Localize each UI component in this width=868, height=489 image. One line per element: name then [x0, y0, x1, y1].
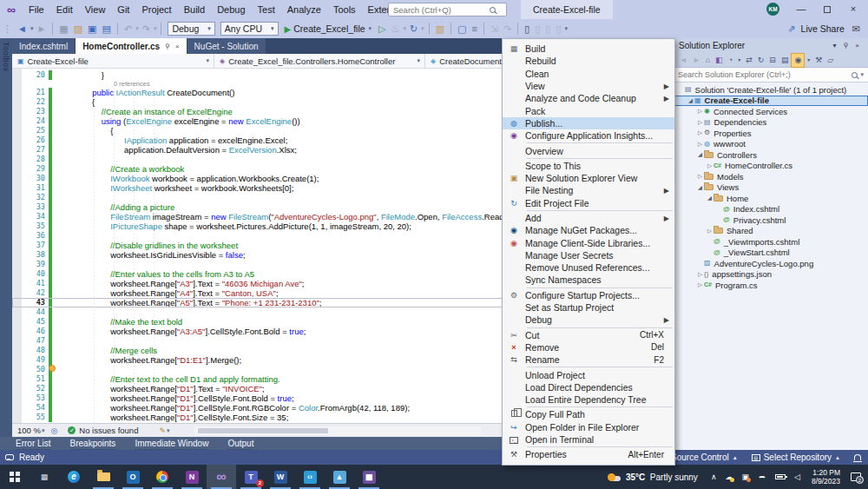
context-menu-item-properties[interactable]: ⚒PropertiesAlt+Enter	[503, 448, 674, 460]
context-menu-item-manage-client-side-libraries-[interactable]: ◉Manage Client-Side Libraries...	[503, 236, 674, 248]
prev-bookmark-icon[interactable]: ▯	[532, 20, 542, 37]
context-menu-item-add[interactable]: Add▶	[503, 212, 674, 224]
toolbar-grip-icon[interactable]: ⋮	[0, 20, 15, 37]
menu-file[interactable]: File	[23, 0, 50, 19]
window-layout-icon[interactable]: ▢	[455, 20, 469, 37]
tree-item-create-excel-file[interactable]: ◢▦Create-Excel-file	[674, 96, 868, 107]
new-project-icon[interactable]: ▦	[56, 20, 70, 37]
panel-tab-output[interactable]: Output	[227, 439, 253, 448]
dropdown-caret-icon[interactable]: ▾	[153, 25, 158, 32]
switch-views-icon[interactable]: ◧	[713, 54, 726, 67]
panel-tab-immediate-window[interactable]: Immediate Window	[135, 439, 208, 448]
edge-app[interactable]: e	[59, 465, 89, 489]
panel-tab-error-list[interactable]: Error List	[16, 439, 51, 448]
context-menu-item-file-nesting[interactable]: File Nesting▶	[503, 184, 674, 196]
teams-app[interactable]: T2	[236, 465, 266, 489]
clock[interactable]: 1:20 PM8/9/2023	[812, 468, 840, 486]
expander-collapsed-icon[interactable]: ▷	[706, 162, 713, 169]
track-active-item-icon[interactable]: ◉	[791, 53, 805, 68]
list-icon[interactable]: ≡	[469, 20, 479, 37]
platform-dropdown[interactable]: Any CPU▾	[220, 22, 279, 36]
feedback-bubble-icon[interactable]	[5, 454, 14, 460]
vscode-app[interactable]: ‹›	[295, 465, 325, 489]
context-menu-item-rename[interactable]: ⇆RenameF2	[503, 354, 674, 366]
tree-item--viewstart-cshtml[interactable]: @_ViewStart.cshtml	[674, 248, 868, 259]
close-button[interactable]: ×	[840, 0, 866, 19]
tree-item-controllers[interactable]: ◢Controllers	[674, 149, 868, 161]
next-bookmark-icon[interactable]: ▯	[542, 20, 553, 37]
context-menu-item-clean[interactable]: Clean	[503, 68, 674, 80]
expander-expanded-icon[interactable]: ◢	[696, 151, 704, 158]
close-icon[interactable]: ×	[852, 42, 863, 50]
tree-item-homecontroller-cs[interactable]: ▷C#HomeController.cs	[674, 161, 868, 172]
tab-homecontroller-cs[interactable]: HomeController.cs⚲×	[76, 38, 186, 54]
menu-debug[interactable]: Debug	[211, 0, 251, 19]
close-icon[interactable]: ×	[175, 43, 180, 50]
expander-collapsed-icon[interactable]: ▷	[696, 141, 704, 148]
expander-collapsed-icon[interactable]: ▷	[696, 129, 704, 136]
live-share-button[interactable]: Live Share	[801, 23, 845, 34]
start-without-debugging-icon[interactable]: ▷	[376, 20, 388, 37]
tree-item-privacy-cshtml[interactable]: @Privacy.cshtml	[674, 215, 868, 226]
context-menu-item-manage-nuget-packages-[interactable]: ◉Manage NuGet Packages...	[503, 224, 674, 236]
hot-reload-icon[interactable]: ♨	[389, 20, 403, 37]
restart-icon[interactable]: ↻	[407, 20, 420, 37]
tree-item-shared[interactable]: ▷Shared	[674, 226, 868, 237]
volume-icon[interactable]: ◁	[794, 472, 800, 481]
context-menu-item-new-solution-explorer-view[interactable]: ▣New Solution Explorer View	[503, 172, 674, 184]
collapse-all-icon[interactable]: ⊟	[766, 54, 779, 67]
context-menu-item-rebuild[interactable]: Rebuild	[503, 55, 674, 67]
open-file-icon[interactable]: ▨	[71, 20, 85, 37]
tray-app-icon[interactable]: ▣	[741, 472, 749, 481]
expander-collapsed-icon[interactable]: ▷	[696, 108, 704, 115]
panel-tab-breakpoints[interactable]: Breakpoints	[70, 439, 116, 448]
dropdown-caret-icon[interactable]: ▾	[420, 25, 425, 32]
visual-studio-app[interactable]: ∞	[207, 465, 236, 489]
redo-icon[interactable]: ↷	[140, 20, 153, 37]
search-options-caret-icon[interactable]: ▾	[860, 71, 864, 78]
context-menu-item-build[interactable]: ▦Build	[503, 43, 674, 55]
codelens-references[interactable]: 0 references	[114, 80, 150, 88]
context-menu-item-open-folder-in-file-explorer[interactable]: ↪Open Folder in File Explorer	[503, 421, 674, 433]
context-menu-item-debug[interactable]: Debug▶	[503, 314, 674, 326]
menu-view[interactable]: View	[79, 0, 112, 19]
context-menu-item-remove[interactable]: ×RemoveDel	[503, 341, 674, 354]
se-back-icon[interactable]: ◄	[677, 54, 690, 67]
clear-bookmarks-icon[interactable]: ▯	[554, 20, 564, 37]
issues-status[interactable]: No issues found	[79, 426, 138, 435]
dropdown-caret-icon[interactable]: ▾	[805, 54, 812, 67]
se-forward-icon[interactable]: ►	[690, 54, 703, 67]
live-share-icon[interactable]: ⇗	[785, 20, 798, 37]
context-menu-item-load-direct-dependencies[interactable]: Load Direct Dependencies	[503, 381, 674, 393]
task-view-button[interactable]: ▦	[30, 465, 59, 489]
navigate-back-icon[interactable]: ◄	[15, 20, 30, 37]
context-menu-item-cut[interactable]: ✂CutCtrl+X	[503, 329, 674, 341]
expander-collapsed-icon[interactable]: ▷	[706, 228, 713, 235]
word-app[interactable]: W	[266, 465, 295, 489]
battery-icon[interactable]	[775, 474, 786, 479]
context-menu-item-analyze-and-code-cleanup[interactable]: Analyze and Code Cleanup▶	[503, 92, 674, 104]
context-menu-item-configure-application-insights-[interactable]: ◉Configure Application Insights...	[503, 129, 674, 142]
action-center-icon[interactable]: 2	[851, 472, 861, 481]
tree-item-adventurecycles-logo-png[interactable]: ▨AdventureCycles-Logo.png	[674, 258, 868, 269]
lightbulb-icon[interactable]	[49, 365, 56, 372]
tree-item-properties[interactable]: ▷⚙Properties	[674, 128, 868, 139]
step-over-icon[interactable]: ↷	[501, 20, 514, 37]
context-menu-item-sync-namespaces[interactable]: Sync Namespaces	[503, 274, 674, 286]
toolbox-side-tab[interactable]: Toolbox	[0, 38, 12, 437]
feedback-icon[interactable]: ✉	[850, 20, 863, 37]
tree-item-models[interactable]: ▷Models	[674, 171, 868, 182]
tree-item-appsettings-json[interactable]: ▷{}appsettings.json	[674, 269, 868, 281]
solution-search-input[interactable]	[678, 70, 852, 79]
type-dropdown[interactable]: ◈ Create_Excel_file.Controllers.HomeCont…	[214, 54, 425, 68]
expander-expanded-icon[interactable]: ◢	[687, 97, 694, 104]
pending-changes-filter-icon[interactable]: ◔	[726, 54, 735, 67]
ink-annotations-icon[interactable]: ✎	[159, 426, 166, 435]
menu-edit[interactable]: Edit	[50, 0, 79, 19]
show-all-files-icon[interactable]: ▤	[779, 54, 792, 67]
solution-explorer-title-bar[interactable]: Solution Explorer ▾ ⚲ ×	[674, 38, 868, 53]
window-position-icon[interactable]: ▾	[829, 42, 839, 50]
context-menu-item-remove-unused-references-[interactable]: Remove Unused References...	[503, 261, 674, 274]
home-icon[interactable]: ⌂	[703, 54, 713, 67]
context-menu-item-scope-to-this[interactable]: Scope to This	[503, 160, 674, 172]
